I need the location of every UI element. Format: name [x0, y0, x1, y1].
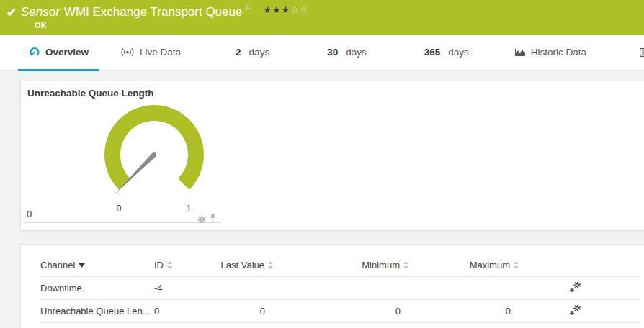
column-header-id[interactable]: ID — [154, 255, 218, 276]
channel-settings-gear-icon[interactable] — [569, 281, 581, 293]
content-area: Unreachable Queue Length 0 1 0 — [0, 71, 644, 328]
check-icon: ✔ — [6, 5, 17, 20]
column-header-last-value[interactable]: Last Value — [218, 255, 273, 276]
gauge-gear-icon[interactable] — [197, 214, 206, 227]
tab-label: Overview — [45, 47, 89, 58]
column-label: ID — [154, 260, 164, 270]
column-label: Maximum — [470, 260, 510, 270]
tab-unit: days — [448, 47, 469, 58]
priority-stars[interactable]: ★★★☆☆ — [263, 4, 308, 15]
minimum-cell — [273, 276, 408, 299]
tab-label: Live Data — [140, 47, 181, 58]
star-filled-icons: ★★★ — [263, 4, 290, 15]
gauge-title: Unreachable Queue Length — [27, 88, 154, 99]
gauge-panel: Unreachable Queue Length 0 1 0 — [20, 81, 644, 231]
pin-icon[interactable] — [209, 212, 217, 225]
column-label: Minimum — [362, 260, 400, 270]
gauge-scale-min: 0 — [115, 204, 123, 214]
sort-both-icon — [403, 261, 408, 269]
channel-name-cell: Unreachable Queue Len... — [40, 299, 154, 322]
channel-name-cell: Downtime — [40, 276, 154, 299]
table-row: Downtime -4 — [40, 276, 640, 299]
tab-number: 365 — [424, 47, 441, 58]
maximum-cell: 0 — [408, 299, 519, 322]
id-cell: -4 — [154, 276, 218, 299]
tab-unit: days — [346, 47, 367, 58]
last-value-cell: 0 — [218, 299, 273, 322]
secondary-channel-value: 0 — [27, 209, 32, 219]
tab-number: 2 — [236, 47, 241, 58]
sort-both-icon — [514, 261, 519, 269]
sort-both-icon — [167, 261, 172, 269]
minimum-cell: 0 — [273, 299, 408, 322]
sort-both-icon — [268, 261, 273, 269]
column-header-minimum[interactable]: Minimum — [273, 255, 408, 276]
sensor-status-banner: ✔ SensorWMI Exchange Transport Queue⚐★★★… — [0, 0, 644, 35]
tab-label: Historic Data — [531, 47, 586, 58]
tab-bar: Overview Live Data 2days 30days 365days … — [0, 35, 644, 71]
column-label: Last Value — [221, 260, 264, 270]
table-row: Unreachable Queue Len... 0 0 0 0 — [40, 299, 640, 322]
channel-settings-gear-icon[interactable] — [569, 304, 581, 316]
gauge-scale-max: 1 — [184, 204, 193, 214]
maximum-cell — [408, 276, 519, 299]
status-badge: OK — [35, 21, 47, 29]
column-header-channel[interactable]: Channel — [40, 255, 154, 276]
tab-live-data[interactable]: Live Data — [109, 35, 192, 70]
column-label: Channel — [40, 260, 75, 270]
tab-overview[interactable]: Overview — [18, 35, 99, 70]
table-header-row: Channel ID Last Value Minimum Maximum — [40, 255, 640, 276]
channel-table: Channel ID Last Value Minimum Maximum — [40, 255, 640, 323]
log-list-icon — [640, 48, 644, 57]
area-chart-icon — [514, 47, 526, 57]
mini-gauge-line — [24, 222, 221, 223]
gauge-chart — [93, 101, 215, 223]
column-header-actions — [519, 255, 640, 276]
star-empty-icons: ☆☆ — [290, 4, 308, 15]
object-kind-label: Sensor — [21, 5, 60, 19]
column-header-maximum[interactable]: Maximum — [408, 255, 519, 276]
page-title: WMI Exchange Transport Queue — [64, 5, 243, 19]
tab-unit: days — [249, 47, 270, 58]
tab-30-days[interactable]: 30days — [316, 35, 377, 70]
tab-historic-data[interactable]: Historic Data — [504, 35, 597, 70]
id-cell: 0 — [154, 299, 218, 322]
sort-desc-icon — [79, 263, 85, 268]
broadcast-icon — [120, 47, 135, 57]
last-value-cell — [218, 276, 273, 299]
channel-table-panel: Channel ID Last Value Minimum Maximum — [20, 244, 644, 328]
tab-2-days[interactable]: 2days — [225, 35, 280, 70]
flag-icon[interactable]: ⚐ — [244, 4, 251, 12]
gauge-icon — [29, 47, 40, 58]
tab-365-days[interactable]: 365days — [413, 35, 480, 70]
tab-number: 30 — [327, 47, 338, 58]
tab-log[interactable]: Log — [629, 35, 644, 70]
